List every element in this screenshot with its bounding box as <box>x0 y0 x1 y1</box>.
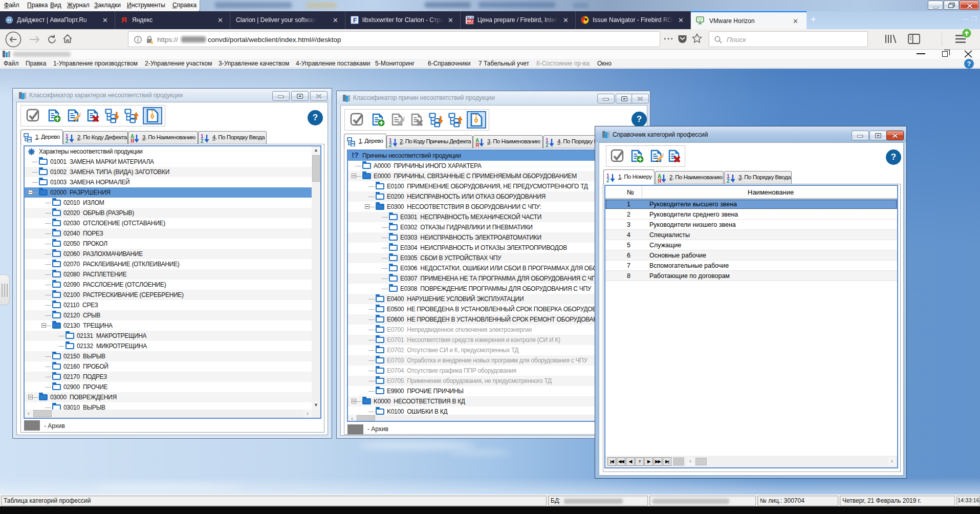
svg-text:2: 2 <box>606 178 609 183</box>
svg-text:2: 2 <box>66 138 69 143</box>
svg-text:2: 2 <box>546 142 549 147</box>
svg-text:Я: Я <box>658 178 661 183</box>
svg-text:Я: Я <box>475 142 479 147</box>
svg-text:2: 2 <box>389 142 392 147</box>
svg-text:Я: Я <box>130 138 134 143</box>
svg-text:2: 2 <box>201 138 204 143</box>
svg-text:2: 2 <box>727 178 730 183</box>
